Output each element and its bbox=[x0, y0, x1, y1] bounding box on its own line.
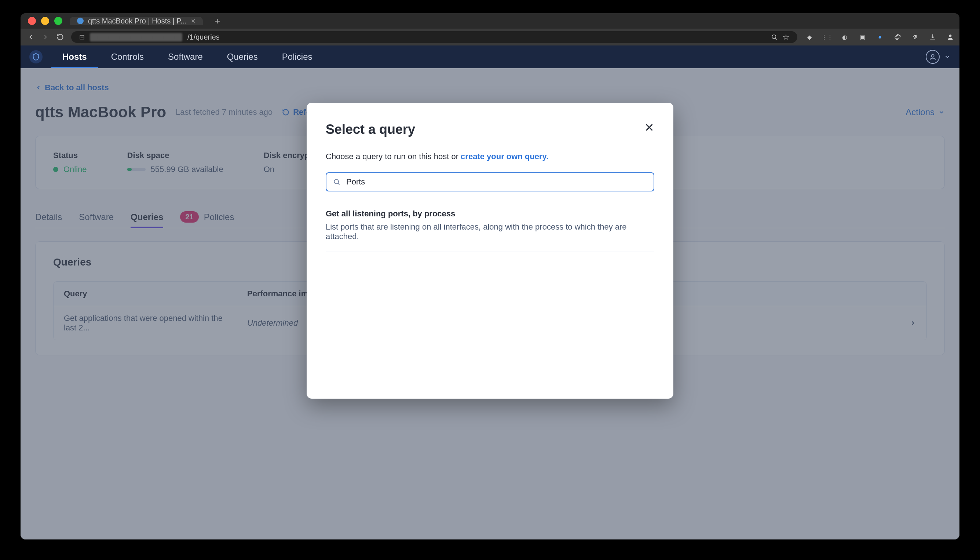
reload-button[interactable] bbox=[57, 32, 64, 42]
nav-controls[interactable]: Controls bbox=[100, 45, 155, 68]
ext-icon-2[interactable]: ⋮⋮ bbox=[822, 32, 832, 42]
tab-favicon bbox=[77, 18, 83, 24]
browser-toolbar: ⊟ xxxxxxxxxxxxxxxxxxxxxxxx /1/queries ☆ … bbox=[20, 28, 960, 45]
browser-tab[interactable]: qtts MacBook Pro | Hosts | P... × bbox=[70, 17, 203, 25]
app-viewport: Hosts Controls Software Queries Policies… bbox=[20, 45, 960, 540]
url-path: /1/queries bbox=[187, 33, 220, 42]
query-search-box[interactable] bbox=[326, 172, 654, 192]
profile-icon[interactable] bbox=[945, 32, 955, 42]
nav-software[interactable]: Software bbox=[157, 45, 214, 68]
query-search-input[interactable] bbox=[346, 177, 647, 187]
browser-window: qtts MacBook Pro | Hosts | P... × + ⊟ xx… bbox=[20, 13, 960, 540]
modal-close-button[interactable]: ✕ bbox=[644, 122, 654, 133]
modal-title: Select a query bbox=[326, 122, 415, 137]
site-info-icon[interactable]: ⊟ bbox=[79, 33, 85, 41]
ext-icon-3[interactable]: ◐ bbox=[840, 32, 850, 42]
ext-icon-6[interactable]: ⚗ bbox=[910, 32, 920, 42]
app-nav: Hosts Controls Software Queries Policies bbox=[20, 45, 960, 68]
svg-point-0 bbox=[772, 35, 776, 39]
traffic-lights bbox=[28, 17, 62, 25]
window-minimize-button[interactable] bbox=[41, 17, 49, 25]
app-logo[interactable] bbox=[29, 50, 43, 63]
url-bar[interactable]: ⊟ xxxxxxxxxxxxxxxxxxxxxxxx /1/queries ☆ bbox=[71, 31, 797, 43]
svg-point-2 bbox=[931, 55, 934, 57]
svg-point-1 bbox=[949, 35, 952, 37]
avatar-icon bbox=[926, 50, 940, 64]
tab-close-icon[interactable]: × bbox=[191, 17, 195, 25]
ext-icon-5[interactable]: ● bbox=[875, 32, 885, 42]
bookmark-star-icon[interactable]: ☆ bbox=[783, 33, 789, 42]
modal-header: Select a query ✕ bbox=[326, 122, 654, 137]
svg-point-3 bbox=[334, 179, 338, 184]
window-top-row: qtts MacBook Pro | Hosts | P... × + bbox=[20, 13, 960, 28]
downloads-icon[interactable] bbox=[928, 32, 937, 42]
ext-icon-1[interactable]: ◆ bbox=[805, 32, 814, 42]
nav-hosts[interactable]: Hosts bbox=[52, 45, 98, 68]
modal-sub-prefix: Choose a query to run on this host or bbox=[326, 152, 461, 161]
window-close-button[interactable] bbox=[28, 17, 36, 25]
chevron-down-icon bbox=[944, 53, 951, 60]
back-button[interactable] bbox=[27, 32, 35, 42]
nav-account[interactable] bbox=[926, 50, 951, 64]
nav-queries[interactable]: Queries bbox=[216, 45, 269, 68]
extensions-icon[interactable] bbox=[893, 32, 902, 42]
toolbar-right: ◆ ⋮⋮ ◐ ▣ ● ⚗ ⋮ bbox=[805, 32, 960, 42]
query-result-item[interactable]: Get all listening ports, by process List… bbox=[326, 209, 654, 252]
result-title: Get all listening ports, by process bbox=[326, 209, 654, 218]
new-tab-button[interactable]: + bbox=[210, 15, 225, 27]
tab-title: qtts MacBook Pro | Hosts | P... bbox=[88, 17, 187, 25]
select-query-modal: Select a query ✕ Choose a query to run o… bbox=[307, 103, 673, 398]
nav-policies[interactable]: Policies bbox=[271, 45, 323, 68]
result-description: List ports that are listening on all int… bbox=[326, 222, 654, 241]
create-query-link[interactable]: create your own query. bbox=[461, 152, 548, 161]
zoom-icon[interactable] bbox=[771, 34, 778, 40]
modal-subtitle: Choose a query to run on this host or cr… bbox=[326, 152, 654, 162]
search-icon bbox=[333, 178, 340, 185]
forward-button[interactable] bbox=[42, 32, 49, 42]
window-maximize-button[interactable] bbox=[54, 17, 62, 25]
url-host-redacted: xxxxxxxxxxxxxxxxxxxxxxxx bbox=[90, 33, 182, 42]
ext-icon-4[interactable]: ▣ bbox=[858, 32, 867, 42]
